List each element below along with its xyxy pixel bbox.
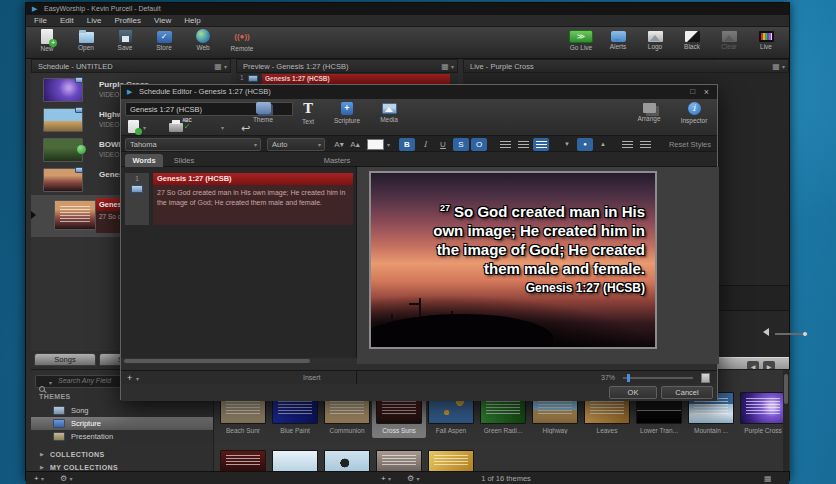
indent-increase-icon	[640, 141, 651, 149]
volume-slider[interactable]	[775, 333, 808, 335]
remote-button[interactable]: ((●)) Remote	[229, 29, 255, 52]
go-live-button[interactable]: ≫ Go Live	[568, 29, 594, 51]
decrease-font-button[interactable]: A▾	[331, 138, 347, 151]
themes-scrollbar-thumb[interactable]	[784, 374, 788, 404]
slide-canvas[interactable]: 27 So God created man in His own image; …	[369, 171, 657, 349]
menu-live[interactable]: Live	[87, 16, 102, 25]
valign-middle-button[interactable]: ●	[577, 138, 593, 151]
menu-edit[interactable]: Edit	[60, 16, 74, 25]
font-size-select[interactable]: Auto▾	[267, 138, 325, 151]
logo-button[interactable]: Logo	[642, 29, 668, 51]
bold-button[interactable]: B	[399, 138, 415, 151]
theme-thumb-row2[interactable]	[428, 450, 474, 472]
format-toolbar: Tahoma▾ Auto▾ A▾ A▴ ▾ B I U S O ▼ ● ▲ Re…	[121, 135, 717, 152]
zoom-slider-handle[interactable]	[627, 374, 630, 382]
scripture-chip-icon	[248, 75, 258, 82]
save-button[interactable]: Save	[112, 29, 138, 52]
new-slide-icon[interactable]	[128, 120, 139, 133]
schedule-layout-icon[interactable]: ▦ ▾	[214, 60, 227, 73]
verse-list-item[interactable]: 1 Genesis 1:27 (HCSB) 27 So God created …	[125, 173, 353, 225]
valign-bottom-button[interactable]: ▼	[559, 138, 575, 151]
settings-gear-button[interactable]: ⚙ ▾	[60, 474, 72, 483]
live-layout-icon[interactable]: ▦ ▾	[772, 60, 785, 73]
add-theme-button[interactable]: + ▾	[381, 474, 391, 483]
valign-top-button[interactable]: ▲	[595, 138, 611, 151]
align-left-button[interactable]	[497, 138, 513, 151]
outline-button[interactable]: O	[471, 138, 487, 151]
menu-view[interactable]: View	[154, 16, 171, 25]
align-right-icon	[536, 141, 547, 149]
alerts-button[interactable]: Alerts	[605, 29, 631, 51]
dialog-maximize-button[interactable]: □	[690, 85, 695, 99]
theme-thumb-row2[interactable]	[324, 450, 370, 472]
tab-masters[interactable]: Masters	[315, 154, 359, 167]
slide-verse-text: 27 So God created man in His own image; …	[379, 199, 645, 298]
preview-layout-icon[interactable]: ▦ ▾	[441, 60, 454, 73]
inspector-button[interactable]: i Inspector	[673, 102, 715, 124]
window-titlebar[interactable]: ▶ EasyWorship - Kevin Purcell - Default	[26, 3, 789, 15]
dialog-titlebar[interactable]: ▶ Schedule Editor - Genesis 1:27 (HCSB) …	[121, 85, 717, 99]
tab-slides[interactable]: Slides	[165, 154, 203, 167]
reset-styles-button[interactable]: Reset Styles	[669, 138, 711, 151]
dialog-close-button[interactable]: ×	[704, 85, 709, 99]
words-hscrollbar-thumb[interactable]	[124, 359, 310, 363]
theme-thumb-purple-cross[interactable]	[740, 392, 786, 424]
menu-help[interactable]: Help	[184, 16, 200, 25]
undo-icon[interactable]: ↩	[241, 122, 250, 135]
increase-font-button[interactable]: A▴	[347, 138, 363, 151]
open-folder-icon	[79, 32, 94, 43]
theme-thumb-row2[interactable]	[272, 450, 318, 472]
tab-songs[interactable]: Songs	[34, 353, 96, 366]
align-right-button[interactable]	[533, 138, 549, 151]
media-button[interactable]: Media	[371, 102, 407, 123]
clear-button[interactable]: Clear	[716, 29, 742, 51]
spellcheck-button[interactable]: ABC ✓	[179, 118, 195, 130]
tree-item-presentation[interactable]: Presentation	[31, 430, 213, 443]
schedule-item-subtitle: VIDEO	[99, 151, 119, 158]
indent-increase-button[interactable]	[637, 138, 653, 151]
tree-item-scripture-selected[interactable]: Scripture	[31, 417, 213, 430]
tree-item-song[interactable]: Song	[31, 404, 213, 417]
themes-scrollbar[interactable]	[783, 370, 789, 471]
align-center-button[interactable]	[515, 138, 531, 151]
shadow-button[interactable]: S	[453, 138, 469, 151]
live-output-button[interactable]: Live	[753, 29, 779, 51]
open-button[interactable]: Open	[73, 29, 99, 52]
verse-item-body: 27 So God created man in His own image; …	[153, 185, 353, 225]
text-icon: T	[303, 102, 313, 116]
arrange-button[interactable]: Arrange	[629, 102, 669, 122]
theme-thumb-row2[interactable]	[220, 450, 266, 472]
font-color-swatch[interactable]	[367, 139, 384, 150]
save-floppy-icon	[119, 30, 132, 43]
zoom-slider[interactable]	[623, 377, 693, 379]
black-button[interactable]: Black	[679, 29, 705, 51]
ok-button[interactable]: OK	[609, 386, 657, 399]
fit-page-icon[interactable]	[701, 373, 710, 383]
live-label: Live	[760, 43, 772, 50]
add-item-button[interactable]: + ▾	[34, 474, 44, 483]
store-button[interactable]: ✓ Store	[151, 29, 177, 52]
cancel-button[interactable]: Cancel	[661, 386, 713, 399]
words-hscrollbar[interactable]	[121, 358, 357, 364]
italic-button[interactable]: I	[417, 138, 433, 151]
verse-line: the image of God; He created	[379, 240, 645, 259]
tab-words[interactable]: Words	[125, 154, 163, 167]
underline-button[interactable]: U	[435, 138, 451, 151]
text-button[interactable]: T Text	[293, 102, 323, 125]
theme-thumb-row2[interactable]	[376, 450, 422, 472]
theme-button[interactable]: Theme	[239, 102, 287, 123]
view-mode-icon[interactable]: ▦	[764, 474, 772, 483]
preview-selected-slide[interactable]: Genesis 1:27 (HCSB)	[262, 74, 450, 84]
group-label: COLLECTIONS	[50, 448, 105, 461]
web-button[interactable]: Web	[190, 29, 216, 52]
scripture-button[interactable]: + Scripture	[327, 102, 367, 124]
volume-slider-handle[interactable]	[803, 332, 807, 336]
menu-file[interactable]: File	[34, 16, 47, 25]
font-family-select[interactable]: Tahoma▾	[125, 138, 261, 151]
tree-group-collections[interactable]: ▶ COLLECTIONS	[31, 448, 213, 461]
menu-profiles[interactable]: Profiles	[114, 16, 141, 25]
new-button[interactable]: New	[34, 29, 60, 52]
remote-signal-icon: ((●))	[234, 29, 250, 44]
indent-decrease-button[interactable]	[619, 138, 635, 151]
live-panel-header: Live - Purple Cross ▦ ▾	[463, 59, 789, 73]
